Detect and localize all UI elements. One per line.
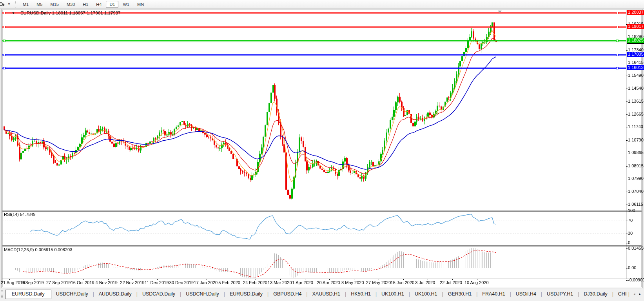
date-axis-label: 4 Nov 2019: [96, 280, 118, 285]
date-axis-label: 27 Sep 2019: [46, 280, 71, 285]
date-axis-label: 22 Jul 2020: [440, 280, 462, 285]
date-axis-label: 8 May 2020: [341, 280, 364, 285]
timeframe-button-mn[interactable]: MN: [134, 1, 147, 8]
tab-separator: |: [628, 291, 629, 297]
price-axis-tick-label: 1.07990: [628, 176, 644, 181]
timeframe-button-h1[interactable]: H1: [79, 1, 92, 8]
date-axis-label: 1 Apr 2020: [292, 280, 313, 285]
price-axis-tick-label: 1.08915: [628, 163, 644, 168]
macd-axis-tick-label: 0.00: [628, 265, 636, 270]
price-axis-tick-label: 1.09865: [628, 150, 644, 155]
price-axis-tick-label: 1.11740: [628, 124, 643, 129]
expand-triangle-icon[interactable]: ▼: [12, 11, 15, 15]
rsi-axis-tick-label: 0: [628, 240, 630, 245]
date-axis-label: 11 Dec 2019: [145, 280, 169, 285]
chart-tab-gbpusd-h4[interactable]: GBPUSD,H4: [268, 290, 306, 299]
timeframe-button-h4[interactable]: H4: [93, 1, 105, 8]
rsi-axis-tick-label: 30: [628, 231, 633, 236]
hline-price-label[interactable]: 1.18025: [627, 38, 644, 43]
chart-tab-uk100-h1[interactable]: UK100,H1: [377, 290, 409, 299]
price-axis-tick-label: 1.06115: [628, 202, 643, 207]
date-axis-label: 22 Nov 2019: [120, 280, 144, 285]
hline-price-label[interactable]: 1.16013: [627, 65, 644, 70]
chart-tab-usdcad-daily[interactable]: USDCAD,Daily: [138, 290, 180, 299]
chart-tab-xauusd-h1[interactable]: XAUUSD,H1: [308, 290, 345, 299]
drawing-tools-icon[interactable]: [0, 1, 7, 7]
date-axis-label: 15 Jun 2020: [391, 280, 415, 285]
chart-tab-usdjpy-h1[interactable]: USDJPY,H1: [542, 290, 578, 299]
price-axis-tick-label: 1.15490: [628, 73, 644, 78]
chart-tab-usdcnh-daily[interactable]: USDCNH,Daily: [181, 290, 224, 299]
tab-scroll-left-icon[interactable]: ◂: [633, 292, 635, 296]
chart-title: ▼EURUSD,Daily 1.18011 1.18057 1.17901 1.…: [12, 11, 120, 15]
tab-scroll-right-icon[interactable]: ▸: [639, 292, 641, 296]
trading-terminal: ▼ M1M5M15M30H1H4D1W1MN ▼EURUSD,Daily 1.1…: [0, 0, 644, 301]
date-axis-label: 20 Apr 2020: [317, 280, 340, 285]
date-axis-label: 13 Mar 2020: [268, 280, 292, 285]
timeframe-button-m1[interactable]: M1: [19, 1, 32, 8]
macd-axis-tick-label: -0.009001: [628, 277, 644, 282]
price-axis-tick-label: 1.14540: [628, 86, 644, 91]
rsi-axis-tick-label: 100: [628, 208, 635, 213]
timeframe-button-m5[interactable]: M5: [33, 1, 46, 8]
timeframe-buttons: M1M5M15M30H1H4D1W1MN: [19, 1, 148, 8]
scroll-to-end-marker[interactable]: [498, 11, 502, 13]
date-axis-label: 24 Feb 2020: [243, 280, 267, 285]
chart-tab-dj30-daily[interactable]: DJ30,Daily: [579, 290, 612, 299]
price-axis-tick-label: 1.13615: [628, 99, 644, 103]
macd-axis-tick-label: 0.014556: [628, 246, 644, 250]
hline-price-label[interactable]: 1.20037: [627, 10, 644, 15]
chart-tab-fra40-h1[interactable]: FRA40,H1: [477, 290, 510, 299]
date-axis-label: 3 Jul 2020: [415, 280, 435, 285]
rsi-indicator-label: RSI(14) 54.7849: [4, 212, 36, 217]
toolbar-grip[interactable]: [15, 1, 16, 7]
chart-tab-usdchf-daily[interactable]: USDCHF,Daily: [51, 290, 93, 299]
chart-tab-audusd-daily[interactable]: AUDUSD,Daily: [94, 290, 136, 299]
price-axis-tick-label: 1.10790: [628, 138, 644, 142]
chart-tabs: EURUSD,DailyUSDCHF,Daily|AUDUSD,Daily|US…: [5, 289, 627, 299]
hline-price-label[interactable]: 1.19017: [627, 24, 644, 29]
chart-tab-ger30-h1[interactable]: GER30,H1: [443, 290, 476, 299]
toolbar-divider: [151, 1, 151, 7]
hline-price-label[interactable]: 1.17005: [627, 52, 644, 57]
macd-indicator-label: MACD(12,26,9) 0.005915 0.008203: [4, 247, 72, 252]
price-axis-tick-label: 1.07040: [628, 189, 644, 194]
timeframe-button-m15[interactable]: M15: [47, 1, 62, 8]
date-axis-label: 16 Oct 2019: [71, 280, 94, 285]
chart-tab-hk50-h1[interactable]: HK50,H1: [346, 290, 376, 299]
chart-canvas[interactable]: [0, 0, 644, 301]
timeframe-button-d1[interactable]: D1: [106, 1, 118, 8]
price-axis-tick-label: 1.12665: [628, 112, 644, 116]
timeframe-button-m30[interactable]: M30: [63, 1, 78, 8]
date-axis-label: 27 May 2020: [366, 280, 391, 285]
price-axis-tick-label: 1.16415: [628, 60, 644, 65]
chart-tab-eurusd-daily[interactable]: EURUSD,Daily: [5, 290, 51, 299]
date-axis-label: 30 Dec 2019: [169, 280, 194, 285]
chart-tab-china300-h1[interactable]: CHINA300,H1: [613, 290, 627, 299]
date-axis-label: 9 Sep 2019: [22, 280, 44, 285]
rsi-axis-tick-label: 70: [628, 218, 633, 223]
chart-tab-eurusd-daily[interactable]: EURUSD,Daily: [225, 290, 267, 299]
chart-tab-usoil-h4[interactable]: USOil,H4: [511, 290, 541, 299]
chevron-down-icon[interactable]: ▼: [7, 2, 11, 6]
date-axis-label: 17 Jan 2020: [194, 280, 218, 285]
date-axis-label: 10 Aug 2020: [464, 280, 489, 285]
tab-scroll-controls: | ◂ ▸: [627, 289, 644, 297]
chart-tab-bar: EURUSD,DailyUSDCHF,Daily|AUDUSD,Daily|US…: [0, 289, 644, 301]
timeframe-button-w1[interactable]: W1: [119, 1, 133, 8]
timeframe-toolbar: ▼ M1M5M15M30H1H4D1W1MN: [0, 0, 644, 9]
chart-tab-uk100-h1[interactable]: UK100,H1: [410, 290, 442, 299]
tabbar-grip[interactable]: [1, 290, 3, 298]
date-axis-label: 5 Feb 2020: [218, 280, 240, 285]
